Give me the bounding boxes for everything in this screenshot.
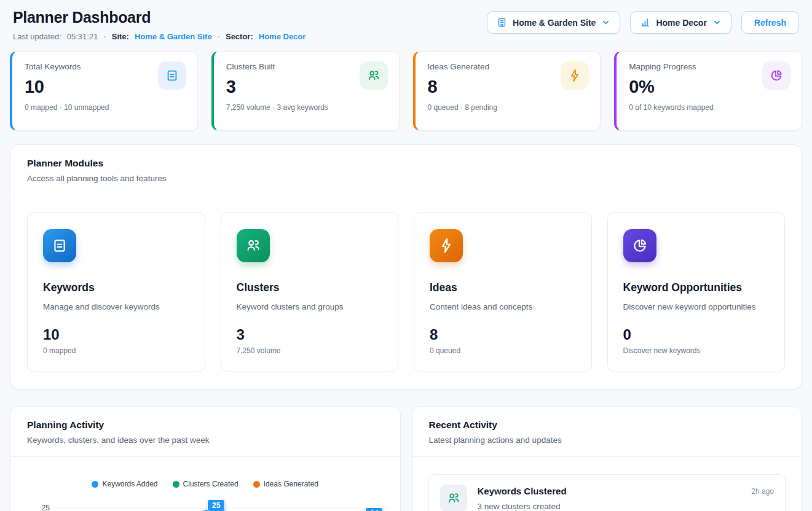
legend-item-ideas-generated[interactable]: Ideas Generated: [253, 480, 318, 488]
document-icon: [158, 61, 186, 90]
module-card-ideas[interactable]: Ideas Content ideas and concepts 8 0 que…: [414, 212, 592, 372]
sector-selector-dropdown[interactable]: Home Decor: [630, 11, 731, 34]
site-label: Site:: [112, 32, 129, 41]
planning-activity-header: Planning Activity Keywords, clusters, an…: [10, 407, 400, 456]
page-title: Planner Dashboard: [13, 9, 305, 26]
module-detail: 0 mapped: [43, 346, 189, 355]
module-detail: 7,250 volume: [237, 346, 383, 355]
module-detail: Discover new keywords: [623, 346, 770, 355]
recent-activity-card: Recent Activity Latest planning actions …: [412, 406, 803, 511]
planning-activity-card: Planning Activity Keywords, clusters, an…: [10, 406, 401, 511]
activity-item-keywords-clustered: Keywords Clustered 3 new clusters create…: [428, 474, 786, 511]
header-left: Planner Dashboard Last updated: 05:31:21…: [13, 9, 305, 41]
module-description: Content ideas and concepts: [430, 302, 576, 311]
stat-card-mapping-progress: Mapping Progress 0% 0 of 10 keywords map…: [614, 51, 802, 131]
activity-timestamp: 2h ago: [751, 487, 774, 496]
chevron-down-icon: [712, 18, 722, 27]
stat-detail: 0 of 10 keywords mapped: [629, 103, 789, 112]
last-updated-label: Last updated:: [13, 32, 61, 41]
site-link[interactable]: Home & Garden Site: [135, 32, 212, 41]
module-value: 0: [623, 326, 770, 343]
site-selector-label: Home & Garden Site: [513, 18, 596, 28]
pie-chart-icon: [762, 61, 790, 90]
bolt-icon: [430, 229, 463, 262]
module-value: 3: [237, 326, 383, 343]
document-icon: [43, 229, 76, 262]
activity-list: Keywords Clustered 3 new clusters create…: [412, 457, 802, 511]
module-value: 8: [430, 326, 576, 343]
building-icon: [497, 17, 507, 28]
stat-card-ideas-generated: Ideas Generated 8 0 queued · 8 pending: [413, 51, 601, 131]
header-controls: Home & Garden Site Home Decor Refresh: [487, 11, 799, 34]
recent-activity-title: Recent Activity: [429, 419, 786, 431]
users-icon: [440, 485, 467, 511]
chevron-down-icon: [601, 18, 610, 27]
refresh-button[interactable]: Refresh: [741, 11, 799, 34]
module-title: Ideas: [430, 281, 576, 294]
module-description: Keyword clusters and groups: [237, 302, 383, 311]
users-icon: [360, 61, 388, 90]
planning-activity-subtitle: Keywords, clusters, and ideas over the p…: [27, 435, 384, 445]
module-title: Keyword Opportunities: [623, 281, 770, 294]
module-description: Manage and discover keywords: [43, 302, 189, 311]
modules-grid: Keywords Manage and discover keywords 10…: [10, 195, 802, 389]
activity-line-chart: 25 25 24: [10, 493, 400, 511]
stat-detail: 7,250 volume · 3 avg keywords: [226, 103, 387, 112]
bottom-row: Planning Activity Keywords, clusters, an…: [10, 406, 802, 511]
legend-dot-blue: [92, 481, 98, 488]
data-point-label: 24: [365, 507, 383, 511]
separator: ·: [218, 32, 220, 41]
stat-card-total-keywords: Total Keywords 10 0 mapped · 10 unmapped: [10, 51, 198, 131]
module-description: Discover new keyword opportunities: [623, 302, 770, 311]
top-bar: Planner Dashboard Last updated: 05:31:21…: [10, 9, 802, 41]
divider: [10, 456, 400, 457]
sector-link[interactable]: Home Decor: [259, 32, 306, 41]
legend-dot-green: [173, 481, 179, 488]
pie-chart-icon: [623, 229, 656, 262]
data-point-label: 25: [207, 499, 225, 511]
modules-subtitle: Access all planning tools and features: [27, 174, 785, 183]
modules-header: Planner Modules Access all planning tool…: [10, 145, 802, 195]
legend-item-keywords-added[interactable]: Keywords Added: [92, 480, 157, 488]
module-title: Keywords: [43, 281, 189, 294]
separator: ·: [103, 32, 106, 41]
planner-modules-section: Planner Modules Access all planning tool…: [10, 144, 802, 389]
bar-chart-icon: [640, 17, 650, 28]
legend-item-clusters-created[interactable]: Clusters Created: [173, 480, 238, 488]
bolt-icon: [561, 61, 589, 90]
module-card-clusters[interactable]: Clusters Keyword clusters and groups 3 7…: [221, 212, 399, 372]
legend-label: Keywords Added: [102, 480, 157, 488]
module-title: Clusters: [237, 281, 383, 294]
stats-row: Total Keywords 10 0 mapped · 10 unmapped…: [10, 51, 802, 131]
modules-title: Planner Modules: [27, 158, 785, 169]
legend-dot-orange: [253, 481, 260, 488]
legend-label: Clusters Created: [183, 480, 238, 488]
sector-selector-label: Home Decor: [656, 18, 706, 28]
stat-detail: 0 queued · 8 pending: [428, 103, 588, 112]
module-detail: 0 queued: [430, 346, 576, 355]
module-card-keyword-opportunities[interactable]: Keyword Opportunities Discover new keywo…: [607, 212, 786, 372]
planner-dashboard-page: Planner Dashboard Last updated: 05:31:21…: [0, 0, 812, 511]
activity-title: Keywords Clustered: [478, 486, 741, 496]
stat-detail: 0 mapped · 10 unmapped: [25, 103, 185, 112]
recent-activity-subtitle: Latest planning actions and updates: [429, 435, 786, 445]
stat-card-clusters-built: Clusters Built 3 7,250 volume · 3 avg ke…: [211, 51, 400, 131]
last-updated-value: 05:31:21: [67, 32, 98, 41]
legend-label: Ideas Generated: [264, 480, 318, 488]
site-selector-dropdown[interactable]: Home & Garden Site: [487, 11, 620, 34]
header-meta: Last updated: 05:31:21 · Site: Home & Ga…: [13, 32, 305, 41]
module-card-keywords[interactable]: Keywords Manage and discover keywords 10…: [27, 212, 205, 372]
recent-activity-header: Recent Activity Latest planning actions …: [412, 407, 802, 456]
sector-label: Sector:: [226, 32, 253, 41]
chart-legend: Keywords Added Clusters Created Ideas Ge…: [10, 480, 400, 488]
planning-activity-title: Planning Activity: [27, 419, 384, 431]
activity-body: Keywords Clustered 3 new clusters create…: [478, 485, 741, 511]
users-icon: [237, 229, 270, 262]
module-value: 10: [43, 326, 189, 343]
keywords-added-series: [10, 493, 400, 511]
activity-description: 3 new clusters created: [478, 502, 741, 511]
